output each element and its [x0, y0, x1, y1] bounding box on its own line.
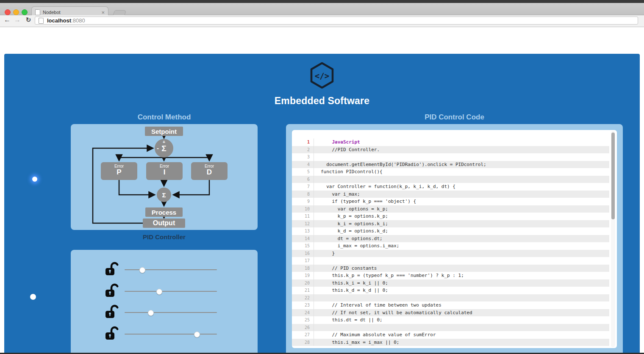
code-line: 24 // If not set, it will be automatical… — [292, 309, 609, 317]
code-text: k_p = options.k_p; — [321, 213, 388, 219]
code-line: 16 } — [292, 250, 609, 257]
code-line: 7 var Controller = function(k_p, k_i, k_… — [292, 183, 609, 191]
line-number: 12 — [292, 220, 314, 228]
code-line: 6 — [292, 176, 609, 183]
error-i-block: Error I — [146, 162, 183, 180]
control-method-diagram: Setpoint + Σ - Error P Error I Error D Σ… — [71, 124, 258, 230]
line-number: 21 — [292, 287, 314, 294]
code-lines: 1 JavaScript2 //PID Controller.34 docume… — [292, 138, 609, 346]
back-button[interactable]: ← — [3, 16, 12, 24]
line-number: 26 — [292, 324, 314, 332]
tuning-slider-row — [71, 326, 258, 343]
code-text: //PID Controller. — [321, 147, 380, 152]
unlock-icon[interactable] — [105, 304, 119, 320]
url-port: :8080 — [71, 17, 85, 24]
sum-output-block: Σ — [157, 188, 171, 202]
error-p-block: Error P — [101, 162, 137, 180]
slider-track[interactable] — [125, 334, 217, 335]
code-line: 4 document.getElementById('PIDRadio').on… — [292, 161, 609, 169]
line-number: 6 — [292, 176, 314, 183]
code-editor[interactable]: 1 JavaScript2 //PID Controller.34 docume… — [292, 130, 617, 348]
line-number: 16 — [292, 250, 314, 257]
minus-sign: - — [157, 144, 159, 152]
tab-strip: Nodebot × — [0, 3, 644, 15]
code-line: 11 k_p = options.k_p; — [292, 213, 609, 220]
forward-button[interactable]: → — [13, 16, 22, 24]
code-text: i_max = options.i_max; — [321, 243, 399, 249]
pid-radio-button[interactable] — [32, 177, 37, 182]
maximize-window-button[interactable] — [22, 9, 28, 15]
code-text: this.k_p = (typeof k_p === 'number') ? k… — [321, 273, 464, 278]
code-text: this.i_max = i_max || 0; — [321, 340, 399, 345]
line-number: 7 — [292, 183, 314, 191]
code-text: var i_max; — [321, 191, 360, 197]
code-text: this.dt = dt || 0; — [321, 317, 383, 323]
line-number: 22 — [292, 294, 314, 302]
line-number: 23 — [292, 301, 314, 309]
minimize-window-button[interactable] — [13, 9, 19, 15]
code-text: dt = options.dt; — [321, 236, 383, 241]
code-text: } — [321, 251, 335, 256]
scrollbar-thumb[interactable] — [611, 133, 615, 219]
window-top-edge — [0, 0, 644, 3]
code-line: 28 this.i_max = i_max || 0; — [292, 339, 609, 346]
slider-thumb[interactable] — [139, 267, 145, 273]
line-number: 15 — [292, 242, 314, 250]
slider-track[interactable] — [125, 269, 217, 270]
line-number: 1 — [292, 138, 314, 146]
slider-track[interactable] — [125, 291, 217, 292]
code-line: 26 — [292, 324, 609, 332]
code-text: k_i = options.k_i; — [321, 221, 388, 227]
tab-title: Nodebot — [43, 10, 101, 15]
unlock-icon[interactable] — [105, 283, 119, 299]
line-number: 11 — [292, 213, 314, 220]
code-line: 27 // Maximum absolute value of sumError — [292, 331, 609, 339]
line-number: 10 — [292, 205, 314, 213]
i-letter: I — [146, 169, 183, 177]
code-line: 1 JavaScript — [292, 138, 609, 146]
code-line: 5function PIDcontrol(){ — [292, 168, 609, 176]
pid-tuning-panel — [71, 250, 258, 354]
unlock-icon[interactable] — [105, 261, 119, 277]
tuning-slider-row — [71, 261, 258, 278]
line-number: 9 — [292, 198, 314, 205]
pid-controller-caption: PID Controller — [71, 233, 258, 241]
code-line: 22 — [292, 294, 609, 302]
code-line: 17 — [292, 257, 609, 265]
slider-thumb[interactable] — [194, 332, 200, 337]
code-line: 13 k_d = options.k_d; — [292, 227, 609, 235]
line-number: 28 — [292, 339, 314, 346]
code-text: k_d = options.k_d; — [321, 228, 388, 234]
control-method-title: Control Method — [71, 113, 258, 122]
line-number: 14 — [292, 235, 314, 243]
slider-thumb[interactable] — [148, 310, 154, 316]
line-number: 3 — [292, 153, 314, 161]
code-line: 12 k_i = options.k_i; — [292, 220, 609, 228]
pid-code-panel: 1 JavaScript2 //PID Controller.34 docume… — [286, 124, 623, 354]
slider-track[interactable] — [125, 312, 217, 313]
pid-code-title: PID Control Code — [286, 113, 623, 122]
error-d-block: Error D — [191, 162, 228, 180]
app-main-panel: </> Embedded Software Control Method PID… — [4, 54, 640, 354]
process-block: Process — [145, 207, 183, 217]
secondary-radio-button[interactable] — [30, 294, 36, 300]
close-window-button[interactable] — [5, 9, 11, 15]
tab-close-icon[interactable]: × — [101, 10, 105, 15]
setpoint-block: Setpoint — [145, 127, 183, 136]
slider-thumb[interactable] — [156, 289, 162, 295]
line-number: 18 — [292, 265, 314, 272]
code-text: if (typeof k_p === 'object') { — [321, 199, 416, 204]
code-line: 8 var i_max; — [292, 191, 609, 198]
reload-button[interactable]: ↻ — [24, 16, 33, 24]
unlock-icon[interactable] — [105, 326, 119, 342]
code-line: 9 if (typeof k_p === 'object') { — [292, 198, 609, 205]
address-bar[interactable]: localhost :8080 — [35, 17, 638, 25]
line-number: 4 — [292, 161, 314, 169]
tuning-slider-row — [71, 304, 258, 321]
code-line: 15 i_max = options.i_max; — [292, 242, 609, 250]
code-hexagon-icon: </> — [310, 62, 334, 88]
line-number: 5 — [292, 168, 314, 176]
code-line: 19 this.k_p = (typeof k_p === 'number') … — [292, 272, 609, 279]
line-number: 17 — [292, 257, 314, 265]
line-number: 2 — [292, 146, 314, 154]
